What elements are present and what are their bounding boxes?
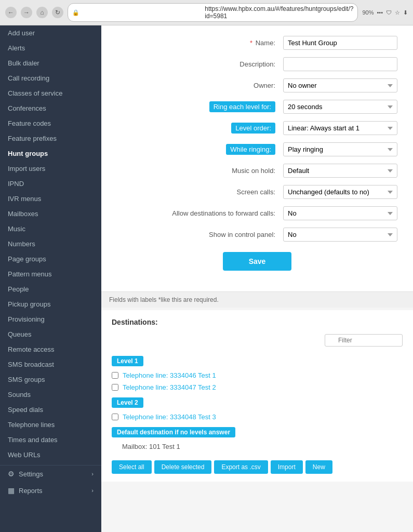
sidebar-item-telephone-lines[interactable]: Telephone lines: [0, 417, 101, 432]
home-button[interactable]: ⌂: [36, 7, 48, 18]
menu-dots[interactable]: •••: [377, 9, 383, 16]
description-input[interactable]: [283, 57, 397, 71]
sidebar-item-pattern-menus[interactable]: Pattern menus: [0, 267, 101, 282]
action-bar: Select all Delete selected Export as .cs…: [112, 460, 403, 474]
music-on-hold-label: Music on hold:: [117, 167, 283, 175]
sidebar-item-alerts[interactable]: Alerts: [0, 41, 101, 56]
sidebar-item-page-groups[interactable]: Page groups: [0, 251, 101, 267]
dest-3-checkbox[interactable]: [112, 414, 118, 420]
sidebar-item-people[interactable]: People: [0, 282, 101, 297]
back-button[interactable]: ←: [5, 7, 17, 18]
allow-forward-select[interactable]: No: [283, 206, 397, 220]
default-dest-badge-wrapper: Default destination if no levels answer: [112, 423, 403, 441]
sidebar-item-conferences[interactable]: Conferences: [0, 101, 101, 116]
show-control-control: No: [283, 228, 397, 242]
description-control: [283, 57, 397, 71]
sidebar-item-provisioning[interactable]: Provisioning: [0, 312, 101, 327]
dest-item-3: Telephone line: 3334048 Test 3: [112, 411, 403, 423]
sidebar-item-mailboxes[interactable]: Mailboxes: [0, 206, 101, 221]
hunt-group-form: Name: Description: Owner:: [101, 25, 413, 291]
zoom-level: 90%: [362, 9, 374, 16]
sidebar-item-import-users[interactable]: Import users: [0, 161, 101, 176]
while-ringing-control: Play ringing: [283, 142, 397, 156]
save-btn-container: Save: [117, 252, 397, 271]
sidebar-item-numbers[interactable]: Numbers: [0, 236, 101, 251]
level-order-control: Linear: Always start at 1: [283, 121, 397, 135]
allow-forward-control: No: [283, 206, 397, 220]
import-button[interactable]: Import: [271, 460, 303, 474]
ring-label-badge: Ring each level for:: [209, 101, 275, 112]
destinations-section: Destinations: 🔍 Level 1 Telephone line: …: [101, 310, 413, 482]
sidebar-item-sms-groups[interactable]: SMS groups: [0, 372, 101, 387]
owner-select[interactable]: No owner: [283, 78, 397, 92]
security-icon: 🔒: [72, 9, 202, 16]
while-ringing-label-badge: While ringing:: [226, 144, 275, 155]
filter-wrapper: 🔍: [325, 334, 403, 347]
sidebar-item-feature-codes[interactable]: Feature codes: [0, 116, 101, 131]
main-content: Name: Description: Owner:: [101, 25, 413, 532]
dest-1-label: Telephone line: 3334046 Test 1: [123, 371, 216, 379]
sidebar-item-ivr-menus[interactable]: IVR menus: [0, 191, 101, 206]
level2-badge: Level 2: [112, 397, 143, 408]
destinations-title: Destinations:: [112, 318, 403, 326]
download-icon: ⬇: [403, 9, 408, 16]
form-row-music-on-hold: Music on hold: Default: [117, 164, 397, 178]
address-bar[interactable]: 🔒 https://www.hpbx.com.au/#/features/hun…: [68, 3, 358, 22]
forward-button[interactable]: →: [21, 7, 32, 18]
level-order-select[interactable]: Linear: Always start at 1: [283, 121, 397, 135]
sidebar-item-music[interactable]: Music: [0, 221, 101, 236]
sidebar-item-bulk-dialer[interactable]: Bulk dialer: [0, 56, 101, 71]
sidebar-item-settings[interactable]: ⚙ Settings ›: [0, 466, 101, 482]
allow-forward-label: Allow destinations to forward calls:: [117, 209, 283, 217]
music-on-hold-control: Default: [283, 164, 397, 178]
show-control-label: Show in control panel:: [117, 231, 283, 238]
screen-calls-select[interactable]: Unchanged (defaults to no): [283, 185, 397, 199]
select-all-button[interactable]: Select all: [112, 460, 152, 474]
sidebar-item-remote-access[interactable]: Remote access: [0, 342, 101, 357]
sidebar-item-queues[interactable]: Queues: [0, 327, 101, 342]
name-input[interactable]: [283, 36, 397, 50]
sidebar-item-reports[interactable]: ▦ Reports ›: [0, 482, 101, 499]
level-order-label-badge: Level order:: [231, 123, 275, 134]
screen-calls-label: Screen calls:: [117, 188, 283, 196]
while-ringing-select[interactable]: Play ringing: [283, 142, 397, 156]
sidebar-item-sms-broadcast[interactable]: SMS broadcast: [0, 357, 101, 372]
dest-2-checkbox[interactable]: [112, 384, 118, 391]
new-button[interactable]: New: [305, 460, 332, 474]
form-row-owner: Owner: No owner: [117, 78, 397, 92]
sidebar-item-pickup-groups[interactable]: Pickup groups: [0, 297, 101, 312]
export-csv-button[interactable]: Export as .csv: [214, 460, 268, 474]
sidebar: Add user Alerts Bulk dialer Call recordi…: [0, 25, 101, 532]
sidebar-item-feature-prefixes[interactable]: Feature prefixes: [0, 131, 101, 146]
sidebar-item-classes-of-service[interactable]: Classes of service: [0, 86, 101, 101]
sidebar-item-ipnd[interactable]: IPND: [0, 176, 101, 191]
sidebar-item-call-recording[interactable]: Call recording: [0, 71, 101, 86]
ring-select[interactable]: 20 seconds: [283, 100, 397, 114]
dest-3-label: Telephone line: 3334048 Test 3: [123, 413, 216, 421]
music-on-hold-select[interactable]: Default: [283, 164, 397, 178]
sidebar-item-sounds[interactable]: Sounds: [0, 387, 101, 402]
form-row-show-control: Show in control panel: No: [117, 228, 397, 242]
sidebar-item-speed-dials[interactable]: Speed dials: [0, 402, 101, 417]
ring-control: 20 seconds: [283, 100, 397, 114]
required-note: Fields with labels *like this are requir…: [101, 291, 413, 308]
level-order-label-wrapper: Level order:: [117, 124, 283, 132]
filter-input[interactable]: [325, 334, 403, 347]
sidebar-item-web-urls[interactable]: Web URLs: [0, 447, 101, 462]
owner-control: No owner: [283, 78, 397, 92]
owner-label: Owner:: [117, 82, 283, 89]
refresh-button[interactable]: ↻: [52, 7, 63, 18]
reports-label: Reports: [19, 487, 43, 495]
delete-selected-button[interactable]: Delete selected: [154, 460, 212, 474]
form-row-name: Name:: [117, 36, 397, 50]
form-row-description: Description:: [117, 57, 397, 71]
default-mailbox: Mailbox: 101 Test 1: [112, 441, 403, 453]
show-control-select[interactable]: No: [283, 228, 397, 242]
sidebar-item-hunt-groups[interactable]: Hunt groups: [0, 146, 101, 161]
sidebar-item-add-user[interactable]: Add user: [0, 25, 101, 41]
while-ringing-label-wrapper: While ringing:: [117, 145, 283, 153]
sidebar-item-times-and-dates[interactable]: Times and dates: [0, 432, 101, 447]
save-button[interactable]: Save: [223, 252, 292, 271]
dest-1-checkbox[interactable]: [112, 372, 118, 379]
star-icon: ☆: [395, 9, 400, 16]
